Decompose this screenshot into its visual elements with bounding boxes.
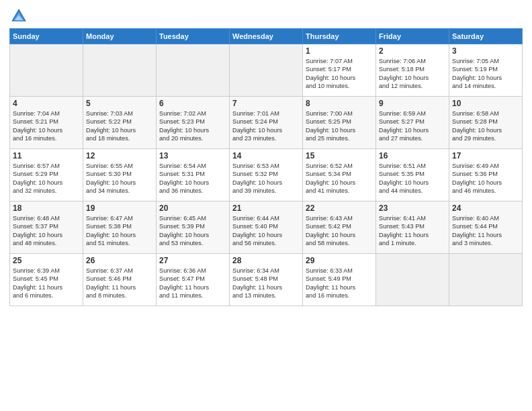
- day-info: Sunrise: 7:02 AM Sunset: 5:23 PM Dayligh…: [159, 109, 226, 143]
- day-number: 21: [232, 203, 300, 213]
- day-info: Sunrise: 6:57 AM Sunset: 5:29 PM Dayligh…: [13, 162, 80, 195]
- calendar-cell: 9Sunrise: 6:59 AM Sunset: 5:27 PM Daylig…: [376, 97, 449, 149]
- calendar-cell: 5Sunrise: 7:03 AM Sunset: 5:22 PM Daylig…: [83, 97, 157, 149]
- day-info: Sunrise: 6:43 AM Sunset: 5:42 PM Dayligh…: [306, 214, 373, 248]
- calendar-week-row: 25Sunrise: 6:39 AM Sunset: 5:45 PM Dayli…: [10, 254, 523, 306]
- calendar-cell: 21Sunrise: 6:44 AM Sunset: 5:40 PM Dayli…: [230, 201, 303, 254]
- day-number: 27: [159, 256, 226, 265]
- day-info: Sunrise: 7:03 AM Sunset: 5:22 PM Dayligh…: [86, 109, 153, 143]
- day-info: Sunrise: 6:51 AM Sunset: 5:35 PM Dayligh…: [379, 162, 446, 195]
- day-info: Sunrise: 6:36 AM Sunset: 5:47 PM Dayligh…: [159, 267, 226, 300]
- day-number: 24: [452, 203, 519, 213]
- day-number: 15: [306, 151, 373, 161]
- weekday-header: Tuesday: [157, 29, 230, 44]
- day-number: 20: [159, 203, 226, 213]
- day-info: Sunrise: 6:37 AM Sunset: 5:46 PM Dayligh…: [86, 267, 153, 300]
- day-number: 2: [379, 46, 446, 56]
- calendar-table: SundayMondayTuesdayWednesdayThursdayFrid…: [9, 28, 523, 306]
- day-number: 16: [379, 151, 446, 161]
- day-number: 19: [86, 203, 153, 213]
- day-info: Sunrise: 7:05 AM Sunset: 5:19 PM Dayligh…: [452, 57, 519, 91]
- calendar-cell: 24Sunrise: 6:40 AM Sunset: 5:44 PM Dayli…: [449, 201, 523, 254]
- calendar-cell: [376, 254, 449, 306]
- calendar-cell: 22Sunrise: 6:43 AM Sunset: 5:42 PM Dayli…: [303, 201, 376, 254]
- day-number: 28: [232, 256, 300, 265]
- calendar-cell: 29Sunrise: 6:33 AM Sunset: 5:49 PM Dayli…: [303, 254, 376, 306]
- calendar-header-row: SundayMondayTuesdayWednesdayThursdayFrid…: [10, 29, 523, 44]
- calendar-cell: 26Sunrise: 6:37 AM Sunset: 5:46 PM Dayli…: [83, 254, 157, 306]
- calendar-cell: 17Sunrise: 6:49 AM Sunset: 5:36 PM Dayli…: [449, 149, 523, 201]
- day-info: Sunrise: 7:01 AM Sunset: 5:24 PM Dayligh…: [232, 109, 300, 143]
- day-info: Sunrise: 6:41 AM Sunset: 5:43 PM Dayligh…: [379, 214, 446, 248]
- logo: [9, 7, 31, 26]
- weekday-header: Wednesday: [230, 29, 303, 44]
- day-number: 7: [232, 99, 300, 108]
- calendar-cell: 1Sunrise: 7:07 AM Sunset: 5:17 PM Daylig…: [303, 44, 376, 97]
- day-number: 23: [379, 203, 446, 213]
- day-info: Sunrise: 6:33 AM Sunset: 5:49 PM Dayligh…: [306, 267, 373, 300]
- day-info: Sunrise: 6:54 AM Sunset: 5:31 PM Dayligh…: [159, 162, 226, 195]
- header: [9, 7, 523, 26]
- day-info: Sunrise: 6:58 AM Sunset: 5:28 PM Dayligh…: [452, 109, 519, 143]
- day-info: Sunrise: 6:45 AM Sunset: 5:39 PM Dayligh…: [159, 214, 226, 248]
- calendar-cell: 12Sunrise: 6:55 AM Sunset: 5:30 PM Dayli…: [83, 149, 157, 201]
- weekday-header: Monday: [83, 29, 157, 44]
- page-container: SundayMondayTuesdayWednesdayThursdayFrid…: [0, 0, 532, 310]
- weekday-header: Sunday: [10, 29, 83, 44]
- calendar-cell: [230, 44, 303, 97]
- day-info: Sunrise: 6:39 AM Sunset: 5:45 PM Dayligh…: [13, 267, 80, 300]
- day-number: 5: [86, 99, 153, 108]
- calendar-cell: 20Sunrise: 6:45 AM Sunset: 5:39 PM Dayli…: [157, 201, 230, 254]
- day-info: Sunrise: 7:04 AM Sunset: 5:21 PM Dayligh…: [13, 109, 80, 143]
- weekday-header: Thursday: [303, 29, 376, 44]
- calendar-cell: 27Sunrise: 6:36 AM Sunset: 5:47 PM Dayli…: [157, 254, 230, 306]
- calendar-cell: 4Sunrise: 7:04 AM Sunset: 5:21 PM Daylig…: [10, 97, 83, 149]
- calendar-cell: 28Sunrise: 6:34 AM Sunset: 5:48 PM Dayli…: [230, 254, 303, 306]
- day-number: 13: [159, 151, 226, 161]
- calendar-cell: 7Sunrise: 7:01 AM Sunset: 5:24 PM Daylig…: [230, 97, 303, 149]
- calendar-body: 1Sunrise: 7:07 AM Sunset: 5:17 PM Daylig…: [10, 44, 523, 306]
- weekday-header: Friday: [376, 29, 449, 44]
- day-info: Sunrise: 6:48 AM Sunset: 5:37 PM Dayligh…: [13, 214, 80, 248]
- day-info: Sunrise: 6:44 AM Sunset: 5:40 PM Dayligh…: [232, 214, 300, 248]
- day-number: 8: [306, 99, 373, 108]
- calendar-cell: 23Sunrise: 6:41 AM Sunset: 5:43 PM Dayli…: [376, 201, 449, 254]
- calendar-cell: [10, 44, 83, 97]
- calendar-week-row: 11Sunrise: 6:57 AM Sunset: 5:29 PM Dayli…: [10, 149, 523, 201]
- day-info: Sunrise: 6:59 AM Sunset: 5:27 PM Dayligh…: [379, 109, 446, 143]
- day-number: 17: [452, 151, 519, 161]
- day-number: 26: [86, 256, 153, 265]
- day-info: Sunrise: 6:47 AM Sunset: 5:38 PM Dayligh…: [86, 214, 153, 248]
- logo-icon: [9, 7, 28, 26]
- day-number: 10: [452, 99, 519, 108]
- calendar-cell: [83, 44, 157, 97]
- day-info: Sunrise: 7:00 AM Sunset: 5:25 PM Dayligh…: [306, 109, 373, 143]
- day-info: Sunrise: 6:53 AM Sunset: 5:32 PM Dayligh…: [232, 162, 300, 195]
- calendar-cell: 16Sunrise: 6:51 AM Sunset: 5:35 PM Dayli…: [376, 149, 449, 201]
- calendar-cell: 2Sunrise: 7:06 AM Sunset: 5:18 PM Daylig…: [376, 44, 449, 97]
- calendar-cell: [449, 254, 523, 306]
- day-info: Sunrise: 6:49 AM Sunset: 5:36 PM Dayligh…: [452, 162, 519, 195]
- calendar-cell: 8Sunrise: 7:00 AM Sunset: 5:25 PM Daylig…: [303, 97, 376, 149]
- calendar-cell: 19Sunrise: 6:47 AM Sunset: 5:38 PM Dayli…: [83, 201, 157, 254]
- calendar-week-row: 1Sunrise: 7:07 AM Sunset: 5:17 PM Daylig…: [10, 44, 523, 97]
- day-number: 14: [232, 151, 300, 161]
- day-number: 1: [306, 46, 373, 56]
- day-number: 11: [13, 151, 80, 161]
- weekday-header: Saturday: [449, 29, 523, 44]
- day-number: 25: [13, 256, 80, 265]
- day-info: Sunrise: 6:52 AM Sunset: 5:34 PM Dayligh…: [306, 162, 373, 195]
- day-info: Sunrise: 7:06 AM Sunset: 5:18 PM Dayligh…: [379, 57, 446, 91]
- day-info: Sunrise: 6:40 AM Sunset: 5:44 PM Dayligh…: [452, 214, 519, 248]
- calendar-week-row: 18Sunrise: 6:48 AM Sunset: 5:37 PM Dayli…: [10, 201, 523, 254]
- calendar-cell: 6Sunrise: 7:02 AM Sunset: 5:23 PM Daylig…: [157, 97, 230, 149]
- day-number: 22: [306, 203, 373, 213]
- day-number: 6: [159, 99, 226, 108]
- day-number: 12: [86, 151, 153, 161]
- calendar-cell: 25Sunrise: 6:39 AM Sunset: 5:45 PM Dayli…: [10, 254, 83, 306]
- day-number: 4: [13, 99, 80, 108]
- day-info: Sunrise: 6:55 AM Sunset: 5:30 PM Dayligh…: [86, 162, 153, 195]
- day-number: 9: [379, 99, 446, 108]
- day-info: Sunrise: 7:07 AM Sunset: 5:17 PM Dayligh…: [306, 57, 373, 91]
- calendar-cell: 10Sunrise: 6:58 AM Sunset: 5:28 PM Dayli…: [449, 97, 523, 149]
